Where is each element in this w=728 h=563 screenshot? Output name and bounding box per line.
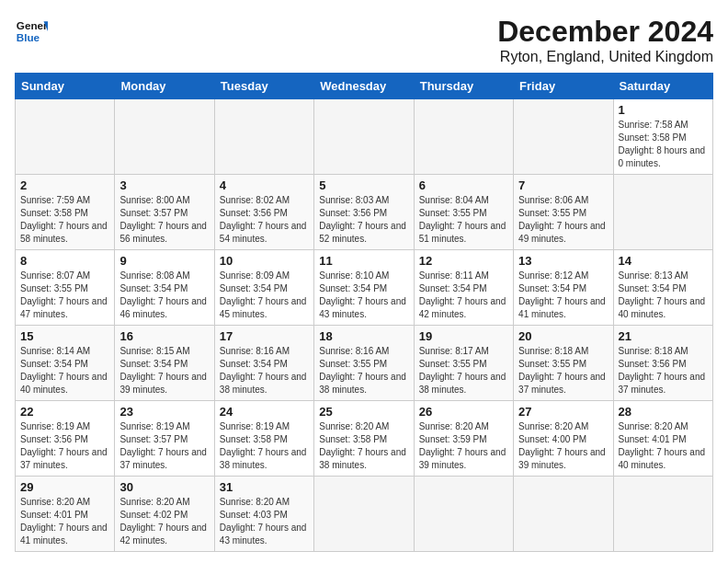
day-number: 3	[119, 178, 209, 192]
calendar-header-row: SundayMondayTuesdayWednesdayThursdayFrid…	[16, 74, 713, 99]
calendar-cell: 2Sunrise: 7:59 AMSunset: 3:58 PMDaylight…	[16, 175, 115, 250]
calendar-cell: 26Sunrise: 8:20 AMSunset: 3:59 PMDayligh…	[414, 401, 513, 477]
day-info: Sunrise: 8:09 AMSunset: 3:54 PMDaylight:…	[220, 270, 307, 319]
calendar-cell: 14Sunrise: 8:13 AMSunset: 3:54 PMDayligh…	[613, 250, 712, 326]
month-title: December 2024	[497, 15, 713, 49]
day-number: 17	[220, 329, 309, 343]
calendar-cell: 22Sunrise: 8:19 AMSunset: 3:56 PMDayligh…	[16, 401, 115, 477]
calendar-cell: 30Sunrise: 8:20 AMSunset: 4:02 PMDayligh…	[115, 477, 214, 552]
day-number: 21	[619, 329, 708, 343]
day-info: Sunrise: 8:14 AMSunset: 3:54 PMDaylight:…	[20, 346, 108, 395]
calendar-cell: 3Sunrise: 8:00 AMSunset: 3:57 PMDaylight…	[115, 175, 214, 250]
calendar-cell: 16Sunrise: 8:15 AMSunset: 3:54 PMDayligh…	[115, 326, 214, 401]
day-info: Sunrise: 8:19 AMSunset: 3:57 PMDaylight:…	[119, 421, 207, 470]
calendar-cell: 31Sunrise: 8:20 AMSunset: 4:03 PMDayligh…	[214, 477, 313, 552]
day-info: Sunrise: 8:20 AMSunset: 4:01 PMDaylight:…	[619, 421, 706, 470]
day-info: Sunrise: 8:20 AMSunset: 4:00 PMDaylight:…	[518, 421, 606, 470]
page-header: General Blue December 2024 Ryton, Englan…	[15, 15, 713, 65]
calendar-cell: 20Sunrise: 8:18 AMSunset: 3:55 PMDayligh…	[514, 326, 613, 401]
svg-text:General: General	[17, 19, 48, 31]
calendar-cell: 9Sunrise: 8:08 AMSunset: 3:54 PMDaylight…	[115, 250, 214, 326]
day-info: Sunrise: 8:19 AMSunset: 3:56 PMDaylight:…	[20, 421, 108, 470]
calendar-cell: 19Sunrise: 8:17 AMSunset: 3:55 PMDayligh…	[414, 326, 513, 401]
day-header-tuesday: Tuesday	[214, 74, 313, 99]
day-number: 24	[220, 405, 309, 419]
calendar-cell: 17Sunrise: 8:16 AMSunset: 3:54 PMDayligh…	[214, 326, 313, 401]
day-info: Sunrise: 8:03 AMSunset: 3:56 PMDaylight:…	[319, 195, 406, 244]
day-number: 29	[20, 480, 109, 494]
calendar-cell: 21Sunrise: 8:18 AMSunset: 3:56 PMDayligh…	[613, 326, 712, 401]
day-number: 6	[419, 178, 508, 192]
svg-text:Blue: Blue	[17, 31, 40, 43]
day-number: 31	[220, 480, 309, 494]
day-info: Sunrise: 8:04 AMSunset: 3:55 PMDaylight:…	[419, 195, 506, 244]
day-number: 10	[220, 254, 309, 268]
calendar-cell	[314, 99, 414, 175]
day-header-thursday: Thursday	[414, 74, 513, 99]
day-info: Sunrise: 8:10 AMSunset: 3:54 PMDaylight:…	[319, 270, 406, 319]
calendar-cell: 8Sunrise: 8:07 AMSunset: 3:55 PMDaylight…	[16, 250, 115, 326]
calendar-cell	[115, 99, 214, 175]
calendar-week-5: 22Sunrise: 8:19 AMSunset: 3:56 PMDayligh…	[16, 401, 713, 477]
day-number: 2	[20, 178, 109, 192]
day-number: 22	[20, 405, 109, 419]
calendar-cell	[214, 99, 313, 175]
calendar-cell: 18Sunrise: 8:16 AMSunset: 3:55 PMDayligh…	[314, 326, 414, 401]
day-info: Sunrise: 8:20 AMSunset: 3:58 PMDaylight:…	[319, 421, 406, 470]
day-number: 11	[319, 254, 408, 268]
calendar-week-4: 15Sunrise: 8:14 AMSunset: 3:54 PMDayligh…	[16, 326, 713, 401]
logo-icon: General Blue	[15, 15, 48, 48]
day-info: Sunrise: 8:18 AMSunset: 3:55 PMDaylight:…	[518, 346, 606, 395]
day-header-friday: Friday	[514, 74, 613, 99]
day-number: 30	[119, 480, 209, 494]
day-info: Sunrise: 8:20 AMSunset: 4:03 PMDaylight:…	[220, 497, 307, 546]
day-info: Sunrise: 8:11 AMSunset: 3:54 PMDaylight:…	[419, 270, 506, 319]
day-info: Sunrise: 8:07 AMSunset: 3:55 PMDaylight:…	[20, 270, 108, 319]
calendar-cell: 27Sunrise: 8:20 AMSunset: 4:00 PMDayligh…	[514, 401, 613, 477]
calendar-week-1: 1Sunrise: 7:58 AMSunset: 3:58 PMDaylight…	[16, 99, 713, 175]
day-info: Sunrise: 7:58 AMSunset: 3:58 PMDaylight:…	[619, 120, 706, 168]
calendar-table: SundayMondayTuesdayWednesdayThursdayFrid…	[15, 73, 713, 552]
day-number: 18	[319, 329, 408, 343]
calendar-cell: 7Sunrise: 8:06 AMSunset: 3:55 PMDaylight…	[514, 175, 613, 250]
calendar-week-2: 2Sunrise: 7:59 AMSunset: 3:58 PMDaylight…	[16, 175, 713, 250]
calendar-week-6: 29Sunrise: 8:20 AMSunset: 4:01 PMDayligh…	[16, 477, 713, 552]
day-info: Sunrise: 8:06 AMSunset: 3:55 PMDaylight:…	[518, 195, 606, 244]
day-number: 26	[419, 405, 508, 419]
calendar-cell: 12Sunrise: 8:11 AMSunset: 3:54 PMDayligh…	[414, 250, 513, 326]
day-info: Sunrise: 8:02 AMSunset: 3:56 PMDaylight:…	[220, 195, 307, 244]
day-number: 9	[119, 254, 209, 268]
day-info: Sunrise: 8:12 AMSunset: 3:54 PMDaylight:…	[518, 270, 606, 319]
day-info: Sunrise: 8:16 AMSunset: 3:55 PMDaylight:…	[319, 346, 406, 395]
day-number: 27	[518, 405, 608, 419]
calendar-cell: 29Sunrise: 8:20 AMSunset: 4:01 PMDayligh…	[16, 477, 115, 552]
day-header-sunday: Sunday	[16, 74, 115, 99]
day-number: 5	[319, 178, 408, 192]
day-number: 20	[518, 329, 608, 343]
calendar-cell: 15Sunrise: 8:14 AMSunset: 3:54 PMDayligh…	[16, 326, 115, 401]
day-info: Sunrise: 8:18 AMSunset: 3:56 PMDaylight:…	[619, 346, 706, 395]
calendar-cell: 10Sunrise: 8:09 AMSunset: 3:54 PMDayligh…	[214, 250, 313, 326]
calendar-cell	[613, 175, 712, 250]
day-number: 28	[619, 405, 708, 419]
calendar-week-3: 8Sunrise: 8:07 AMSunset: 3:55 PMDaylight…	[16, 250, 713, 326]
day-info: Sunrise: 8:16 AMSunset: 3:54 PMDaylight:…	[220, 346, 307, 395]
location-title: Ryton, England, United Kingdom	[497, 49, 713, 65]
calendar-cell: 1Sunrise: 7:58 AMSunset: 3:58 PMDaylight…	[613, 99, 712, 175]
calendar-cell	[314, 477, 414, 552]
day-number: 8	[20, 254, 109, 268]
day-info: Sunrise: 8:13 AMSunset: 3:54 PMDaylight:…	[619, 270, 706, 319]
calendar-cell	[514, 99, 613, 175]
calendar-cell	[16, 99, 115, 175]
day-number: 4	[220, 178, 309, 192]
day-info: Sunrise: 8:00 AMSunset: 3:57 PMDaylight:…	[119, 195, 207, 244]
day-header-wednesday: Wednesday	[314, 74, 414, 99]
day-info: Sunrise: 8:15 AMSunset: 3:54 PMDaylight:…	[119, 346, 207, 395]
day-header-monday: Monday	[115, 74, 214, 99]
day-info: Sunrise: 8:20 AMSunset: 4:02 PMDaylight:…	[119, 497, 207, 546]
day-number: 14	[619, 254, 708, 268]
calendar-cell	[414, 99, 513, 175]
calendar-cell	[414, 477, 513, 552]
day-number: 25	[319, 405, 408, 419]
day-info: Sunrise: 8:20 AMSunset: 3:59 PMDaylight:…	[419, 421, 506, 470]
